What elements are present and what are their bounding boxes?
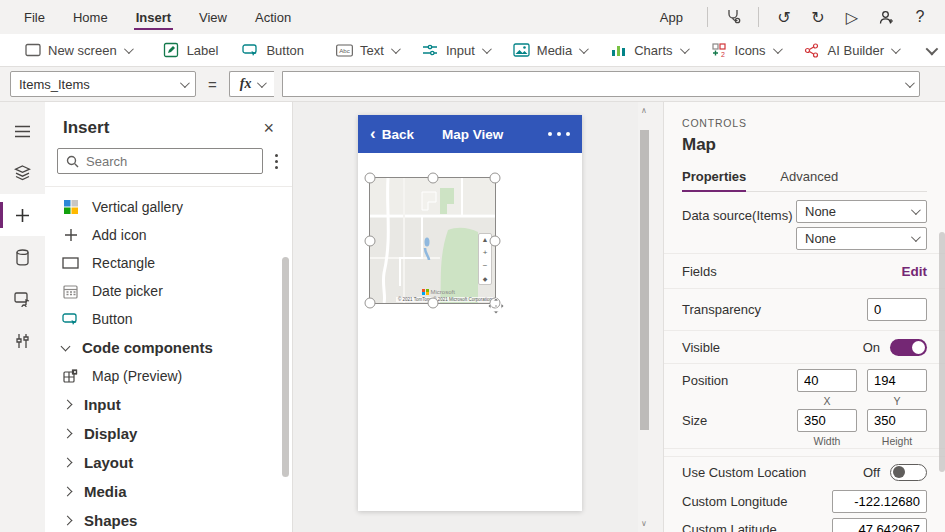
map-attribution: © 2021 TomTom, © 2021 Microsoft Corporat… (396, 297, 494, 302)
section-label: Layout (84, 454, 133, 471)
resize-handle-n[interactable] (427, 173, 438, 184)
ribbon-overflow-chevron[interactable] (910, 34, 945, 66)
data-source-select-1[interactable]: None (796, 200, 927, 223)
divider (758, 7, 759, 27)
transparency-input[interactable] (867, 298, 927, 321)
properties-scrollbar-thumb[interactable] (939, 232, 945, 472)
tree-view-icon[interactable] (0, 152, 45, 194)
share-person-icon[interactable] (871, 2, 901, 32)
canvas-scrollbar[interactable]: ∧ ∨ (638, 102, 651, 532)
svg-text:2: 2 (721, 51, 725, 58)
app-checker-icon[interactable] (718, 2, 748, 32)
scroll-down-icon[interactable]: ∨ (641, 519, 647, 528)
data-sources-icon[interactable] (0, 236, 45, 278)
label-button[interactable]: Label (151, 34, 231, 66)
rectangle-icon (62, 255, 79, 272)
menu-action[interactable]: Action (241, 0, 305, 34)
map-zoom-in-icon[interactable]: + (483, 248, 488, 257)
property-selector[interactable]: Items_Items (10, 71, 196, 97)
insert-panel-title: Insert (63, 118, 109, 138)
back-button[interactable]: ‹ Back (370, 127, 414, 142)
media-rail-icon[interactable] (0, 278, 45, 320)
section-media[interactable]: Media (45, 477, 292, 506)
map-control[interactable]: ▲ + − ◆ Microsoft © 2021 TomTom, © 2021 … (370, 178, 495, 303)
fields-label: Fields (682, 264, 717, 279)
fields-edit-link[interactable]: Edit (902, 264, 928, 279)
phone-screen[interactable]: ‹ Back Map View (358, 115, 582, 511)
advanced-tools-icon[interactable] (0, 320, 45, 362)
more-options-icon[interactable] (271, 150, 282, 173)
insert-item-add-icon[interactable]: Add icon (45, 221, 292, 249)
insert-item-date-picker[interactable]: Date picker (45, 277, 292, 305)
resize-handle-e[interactable] (490, 235, 501, 246)
search-input[interactable] (86, 154, 254, 169)
property-selector-value: Items_Items (19, 77, 90, 92)
hamburger-menu-icon[interactable] (0, 110, 45, 152)
resize-handle-ne[interactable] (490, 173, 501, 184)
data-source-select-2[interactable]: None (796, 227, 927, 250)
input-dropdown[interactable]: Input (410, 34, 501, 66)
controls-section-label: CONTROLS (682, 102, 927, 129)
icons-icon: 2 (711, 42, 728, 59)
canvas-scrollbar-thumb[interactable] (640, 130, 649, 430)
resize-handle-s[interactable] (427, 298, 438, 309)
text-dropdown[interactable]: Abc Text (324, 34, 410, 66)
insert-panel-scrollbar[interactable] (282, 257, 289, 477)
charts-label: Charts (634, 43, 672, 58)
menu-view[interactable]: View (185, 0, 241, 34)
map-compass-icon[interactable]: ▲ (482, 236, 489, 243)
ellipsis-icon[interactable] (548, 132, 570, 136)
media-dropdown[interactable]: Media (501, 34, 598, 66)
search-input-box[interactable] (57, 148, 263, 174)
tab-properties[interactable]: Properties (682, 169, 746, 191)
map-zoom-out-icon[interactable]: − (483, 261, 488, 270)
menu-file[interactable]: File (10, 0, 59, 34)
button-button[interactable]: Button (230, 34, 316, 66)
section-display[interactable]: Display (45, 419, 292, 448)
insert-item-map-preview[interactable]: Map (Preview) (45, 362, 292, 390)
custom-latitude-input[interactable] (832, 518, 927, 532)
section-code-components[interactable]: Code components (45, 333, 292, 362)
insert-item-vertical-gallery[interactable]: Vertical gallery (45, 193, 292, 221)
charts-dropdown[interactable]: Charts (598, 34, 698, 66)
preview-play-icon[interactable]: ▷ (837, 2, 867, 32)
position-y-input[interactable] (867, 369, 927, 392)
redo-icon[interactable]: ↻ (803, 2, 833, 32)
insert-item-button[interactable]: Button (45, 305, 292, 333)
section-input[interactable]: Input (45, 390, 292, 419)
help-icon[interactable]: ? (905, 2, 935, 32)
code-component-icon (62, 368, 79, 385)
plus-icon (62, 227, 79, 244)
formula-input[interactable] (282, 71, 920, 97)
custom-longitude-input[interactable] (832, 490, 927, 513)
undo-icon[interactable]: ↺ (769, 2, 799, 32)
resize-handle-sw[interactable] (365, 298, 376, 309)
position-x-input[interactable] (797, 369, 857, 392)
fx-dropdown[interactable]: fx (229, 71, 275, 97)
close-icon[interactable]: × (263, 119, 274, 137)
ai-builder-icon (804, 42, 821, 59)
item-label: Button (92, 311, 132, 327)
menu-home[interactable]: Home (59, 0, 122, 34)
ai-builder-label: AI Builder (828, 43, 884, 58)
section-label: Input (84, 396, 121, 413)
visible-toggle[interactable] (890, 339, 927, 356)
section-shapes[interactable]: Shapes (45, 506, 292, 532)
select-value: None (805, 204, 836, 219)
new-screen-button[interactable]: New screen (12, 34, 143, 66)
map-pitch-icon[interactable]: ◆ (483, 275, 488, 282)
ai-builder-dropdown[interactable]: AI Builder (792, 34, 910, 66)
size-height-input[interactable] (867, 409, 927, 432)
icons-dropdown[interactable]: 2 Icons (699, 34, 792, 66)
custom-latitude-label: Custom Latitude (682, 522, 777, 532)
tab-advanced[interactable]: Advanced (780, 169, 838, 191)
use-custom-location-toggle[interactable] (890, 464, 927, 481)
resize-handle-w[interactable] (365, 235, 376, 246)
menu-insert[interactable]: Insert (122, 0, 185, 34)
insert-rail-item[interactable] (0, 194, 45, 236)
insert-item-rectangle[interactable]: Rectangle (45, 249, 292, 277)
resize-handle-nw[interactable] (365, 173, 376, 184)
section-layout[interactable]: Layout (45, 448, 292, 477)
scroll-up-icon[interactable]: ∧ (641, 106, 647, 115)
size-width-input[interactable] (797, 409, 857, 432)
